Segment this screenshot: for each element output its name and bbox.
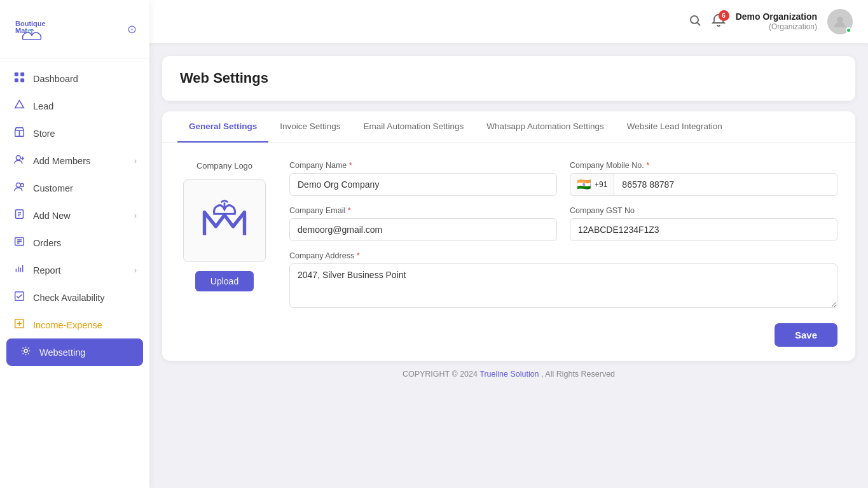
sidebar-item-label: Lead [33,101,53,111]
notification-badge: 6 [719,10,729,21]
svg-point-11 [16,156,20,160]
footer-prefix: COPYRIGHT © 2024 [403,370,479,379]
save-row: Save [162,323,855,361]
field-group-mobile: Company Mobile No. * 🇮🇳 +91 [570,161,837,196]
sidebar-item-label: Add New [33,211,71,221]
company-address-label: Company Address * [289,251,837,260]
fields-section: Company Name * Company Mobile No. * 🇮🇳 [289,161,837,308]
field-group-company-name: Company Name * [289,161,557,196]
sidebar-item-label: Add Members [33,156,90,166]
chevron-right-icon: › [134,211,137,220]
sidebar-item-check-availability[interactable]: Check Availability [0,284,149,311]
sidebar-item-income-expense[interactable]: Income-Expense [0,311,149,338]
sidebar-item-report[interactable]: Report › [0,256,149,284]
sidebar: Boutique Mate ⊙ Dashboard Lead [0,0,149,488]
websetting-icon [19,345,32,359]
content-area: Web Settings General Settings Invoice Se… [149,43,868,488]
online-indicator [846,27,851,33]
company-address-textarea[interactable] [289,263,837,308]
chevron-right-icon: › [134,266,137,275]
company-email-input[interactable] [289,218,557,241]
chevron-right-icon: › [134,157,137,165]
footer: COPYRIGHT © 2024 Trueline Solution , All… [162,361,855,387]
sidebar-nav: Dashboard Lead Store Add Members › [0,59,149,488]
phone-input[interactable] [614,173,837,196]
svg-point-2 [31,34,33,36]
store-icon [13,127,25,140]
report-icon [13,263,25,277]
main-area: 6 Demo Organization (Organization) Web S… [149,0,868,488]
tab-website-lead[interactable]: Website Lead Integration [616,111,734,143]
company-name-input[interactable] [289,173,557,196]
logo-section: Company Logo Upload [180,161,269,308]
notification-bell-wrap[interactable]: 6 [712,13,726,30]
svg-rect-5 [20,73,24,76]
search-icon[interactable] [689,14,701,30]
company-logo-image [196,192,253,249]
tab-general-settings[interactable]: General Settings [177,111,268,143]
topbar: 6 Demo Organization (Organization) [149,0,868,43]
avatar-icon [833,15,847,29]
footer-suffix: , All Rights Reserved [541,370,615,379]
tabs-bar: General Settings Invoice Settings Email … [162,111,855,143]
page-title-bar: Web Settings [162,56,855,101]
sidebar-item-label: Income-Expense [33,320,102,330]
dashboard-icon [13,72,25,85]
company-logo-label: Company Logo [196,161,252,171]
sidebar-item-store[interactable]: Store [0,120,149,147]
sidebar-item-add-new[interactable]: Add New › [0,202,149,229]
svg-point-33 [691,16,698,24]
org-name: Demo Organization [736,11,817,22]
svg-text:Mate: Mate [15,27,31,34]
sidebar-item-websetting[interactable]: Websetting [6,338,143,366]
upload-button[interactable]: Upload [195,271,254,291]
svg-point-15 [20,183,24,186]
svg-point-32 [24,349,27,352]
field-group-email: Company Email * [289,206,557,241]
tab-invoice-settings[interactable]: Invoice Settings [268,111,352,143]
add-new-icon [13,209,25,222]
customer-icon [13,181,25,195]
sidebar-item-label: Check Availability [33,293,105,303]
settings-card: General Settings Invoice Settings Email … [162,111,855,361]
row-name-mobile: Company Name * Company Mobile No. * 🇮🇳 [289,161,837,196]
tab-email-automation[interactable]: Email Automation Settings [352,111,476,143]
sidebar-item-label: Customer [33,183,73,193]
org-info: Demo Organization (Organization) [736,11,817,32]
tab-whatsapp-automation[interactable]: Whatsapp Automation Settings [475,111,616,143]
sidebar-item-label: Store [33,129,55,139]
row-email-gst: Company Email * Company GST No [289,206,837,241]
sidebar-logo-area: Boutique Mate ⊙ [0,0,149,59]
svg-rect-4 [14,73,18,76]
logo-preview [183,179,266,262]
save-button[interactable]: Save [775,323,837,347]
svg-point-14 [16,183,20,188]
company-gst-input[interactable] [570,218,837,241]
sidebar-item-lead[interactable]: Lead [0,92,149,120]
income-expense-icon [13,318,25,331]
sidebar-item-label: Orders [33,238,61,248]
field-group-gst: Company GST No [570,206,837,241]
phone-flag-selector[interactable]: 🇮🇳 +91 [570,173,614,196]
org-type: (Organization) [736,22,817,32]
sidebar-item-label: Report [33,265,61,275]
sidebar-item-add-members[interactable]: Add Members › [0,147,149,174]
footer-link[interactable]: Trueline Solution [479,370,539,379]
india-flag-icon: 🇮🇳 [577,178,591,192]
check-availability-icon [13,291,25,304]
sidebar-item-label: Dashboard [33,74,78,84]
svg-rect-6 [14,78,18,82]
svg-marker-8 [15,101,24,108]
sidebar-item-orders[interactable]: Orders [0,229,149,256]
sidebar-item-dashboard[interactable]: Dashboard [0,65,149,92]
field-group-address: Company Address * [289,251,837,308]
settings-icon[interactable]: ⊙ [127,22,137,36]
brand-logo: Boutique Mate [13,11,51,46]
sidebar-item-customer[interactable]: Customer [0,174,149,202]
user-avatar[interactable] [827,9,853,34]
add-members-icon [13,154,25,167]
form-area: Company Logo Upload [162,143,855,323]
svg-text:Boutique: Boutique [15,20,46,27]
company-name-label: Company Name * [289,161,557,170]
company-gst-label: Company GST No [570,206,837,215]
